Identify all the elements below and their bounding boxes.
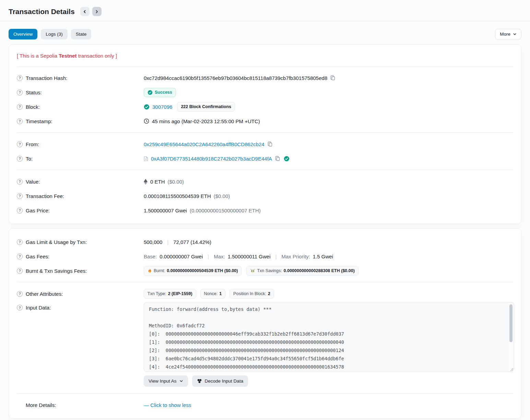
gas-limit-usage-label: Gas Limit & Usage by Txn: (26, 239, 87, 245)
tab-overview[interactable]: Overview (9, 29, 37, 39)
txn-type-badge: Txn Type: 2 (EIP-1559) (144, 289, 196, 299)
pipe-separator: | (273, 254, 279, 259)
burnt-fees-badge: Burnt: 0.000000000000504539 ETH ($0.00) (144, 266, 242, 276)
burnt-savings-row: ? Burnt & Txn Savings Fees: Burnt: 0.000… (17, 264, 513, 278)
divider (17, 282, 513, 282)
max-fee-label: Max: (214, 254, 225, 259)
max-priority-fee-value: 1.5 Gwei (313, 254, 333, 259)
chevron-left-icon (83, 10, 87, 14)
value-usd: ($0.00) (168, 179, 184, 185)
block-row: ? Block: 3007096 222 Block Confirmations (17, 100, 513, 114)
chevron-right-icon (95, 10, 99, 14)
resize-grip-icon[interactable] (510, 368, 514, 371)
help-icon[interactable]: ? (17, 118, 23, 124)
help-icon[interactable]: ? (17, 179, 23, 185)
divider (17, 66, 513, 67)
help-icon[interactable]: ? (17, 104, 23, 110)
input-data-row: ? Input Data: Function: forward(address … (17, 301, 513, 389)
value-amount: 0 ETH (150, 179, 165, 185)
gas-price-eth: (0.000000001500000007 ETH) (190, 208, 261, 213)
help-icon[interactable]: ? (17, 208, 23, 213)
status-label: Status: (26, 90, 42, 95)
decode-blocks-icon (197, 378, 202, 384)
decode-input-data-label: Decode Input Data (205, 378, 244, 384)
status-badge: Success (144, 88, 176, 97)
more-details-label: More Details: (26, 402, 56, 408)
block-number-link[interactable]: 3007096 (152, 104, 172, 110)
more-details-row: More Details: — Click to show less (17, 398, 513, 412)
scrollbar-thumb[interactable] (509, 304, 513, 342)
burnt-label: Burnt: (154, 268, 165, 273)
check-circle-icon (148, 90, 153, 95)
flame-icon (148, 268, 152, 273)
decode-input-data-button[interactable]: Decode Input Data (192, 375, 248, 387)
from-address-link[interactable]: 0x259c49E65644a020C2A642260a4ffB0CD862cb… (144, 141, 264, 147)
contract-file-icon (144, 156, 148, 161)
prev-transaction-button[interactable] (80, 7, 90, 16)
max-fee-value: 1.500000011 Gwei (228, 254, 271, 259)
block-label: Block: (26, 104, 40, 110)
transaction-hash-value: 0xc72d984ccac6190b5f135576eb97b03604bc81… (144, 75, 327, 81)
nonce-badge: Nonce: 1 (200, 289, 226, 299)
tab-state[interactable]: State (71, 29, 92, 39)
gas-limit-usage-row: ? Gas Limit & Usage by Txn: 500,000 | 72… (17, 235, 513, 249)
show-less-link[interactable]: — Click to show less (144, 402, 191, 408)
input-data-textarea[interactable]: Function: forward(address to,bytes data)… (144, 302, 514, 372)
view-input-as-button[interactable]: View Input As (144, 375, 188, 387)
burnt-savings-label: Burnt & Txn Savings Fees: (26, 268, 87, 274)
copy-icon (330, 75, 335, 81)
help-icon[interactable]: ? (17, 90, 23, 95)
chevron-down-icon (179, 379, 183, 383)
eth-icon (144, 179, 148, 185)
page-title: Transaction Details (9, 8, 75, 16)
to-row: ? To: 0xA3f07D6773514480b918C2742b027b3a… (17, 151, 513, 166)
clock-icon (144, 118, 149, 124)
help-icon[interactable]: ? (17, 305, 23, 311)
txn-type-label: Txn Type: (148, 291, 166, 296)
gas-usage-value: 72,077 (14.42%) (173, 239, 211, 245)
help-icon[interactable]: ? (17, 156, 23, 162)
help-icon[interactable]: ? (17, 239, 23, 245)
overview-card: [ This is a Sepolia Testnet transaction … (9, 44, 521, 224)
position-in-block-label: Position In Block: (233, 291, 266, 296)
nonce-label: Nonce: (204, 291, 218, 296)
position-in-block-badge: Position In Block: 2 (229, 289, 274, 299)
tab-bar: Overview Logs (3) State More (9, 21, 521, 44)
copy-from-address-button[interactable] (267, 141, 273, 147)
gas-price-row: ? Gas Price: 1.500000007 Gwei (0.0000000… (17, 203, 513, 218)
transaction-fee-usd: ($0.00) (214, 193, 230, 199)
pipe-separator: | (165, 239, 170, 245)
block-confirmations-badge: 222 Block Confirmations (177, 102, 235, 112)
copy-to-address-button[interactable] (275, 156, 280, 161)
chevron-down-icon (513, 32, 517, 36)
help-icon[interactable]: ? (17, 193, 23, 199)
txn-savings-badge: Txn Savings: 0.000000000000288308 ETH ($… (246, 266, 358, 276)
help-icon[interactable]: ? (17, 291, 23, 297)
input-data-scrollbar[interactable] (509, 303, 513, 371)
page-header: Transaction Details (9, 5, 521, 21)
help-icon[interactable]: ? (17, 75, 23, 81)
pipe-separator: | (205, 254, 211, 259)
gas-fees-label: Gas Fees: (26, 254, 49, 259)
to-label: To: (26, 156, 33, 162)
help-icon[interactable]: ? (17, 268, 23, 274)
tabs: Overview Logs (3) State (9, 29, 91, 39)
to-address-link[interactable]: 0xA3f07D6773514480b918C2742b027b3acD9E44… (151, 156, 272, 162)
tab-logs[interactable]: Logs (3) (41, 29, 68, 39)
nonce-value: 1 (219, 291, 222, 296)
from-row: ? From: 0x259c49E65644a020C2A642260a4ffB… (17, 137, 513, 151)
help-icon[interactable]: ? (17, 141, 23, 147)
help-icon[interactable]: ? (17, 254, 23, 259)
value-label: Value: (26, 179, 40, 185)
divider (17, 393, 513, 394)
transaction-fee-row: ? Transaction Fee: 0.000108115500504539 … (17, 189, 513, 203)
burnt-value: 0.000000000000504539 ETH ($0.00) (167, 268, 238, 273)
next-transaction-button[interactable] (92, 7, 102, 16)
copy-icon (267, 141, 273, 147)
more-button[interactable]: More (495, 29, 521, 39)
divider (17, 170, 513, 170)
copy-transaction-hash-button[interactable] (330, 75, 335, 81)
from-label: From: (26, 141, 39, 147)
verified-check-icon (284, 156, 290, 162)
timestamp-row: ? Timestamp: 45 mins ago (Mar-02-2023 12… (17, 114, 513, 128)
